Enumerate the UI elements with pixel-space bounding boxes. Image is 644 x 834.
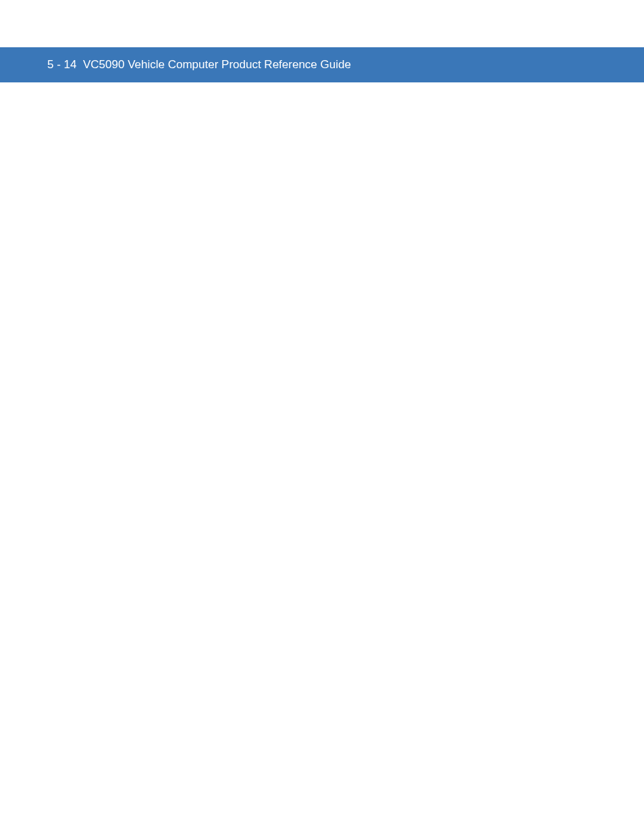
page-number: 5 - 14: [47, 58, 76, 72]
page-header: 5 - 14 VC5090 Vehicle Computer Product R…: [0, 47, 644, 82]
header-title: VC5090 Vehicle Computer Product Referenc…: [83, 58, 351, 72]
